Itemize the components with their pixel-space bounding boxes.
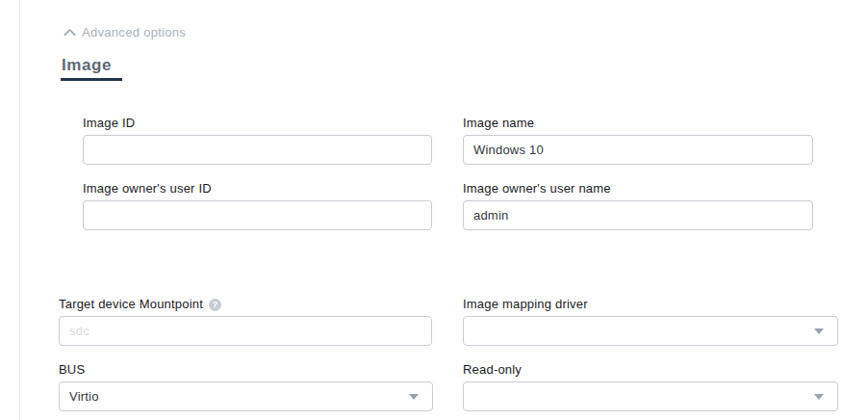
- image-id-label: Image ID: [83, 117, 432, 130]
- caret-down-icon: [814, 328, 824, 334]
- advanced-options-toggle[interactable]: Advanced options: [64, 25, 186, 39]
- image-name-input[interactable]: [463, 135, 813, 165]
- tab-image-active-underline: [61, 78, 122, 81]
- image-owner-user-id-input[interactable]: [83, 200, 432, 230]
- field-image-owner-user-id: Image owner's user ID: [83, 182, 432, 230]
- field-image-id: Image ID: [83, 117, 432, 165]
- field-target-device-mountpoint: Target device Mountpoint ?: [59, 298, 432, 346]
- field-image-owner-user-name: Image owner's user name: [463, 182, 813, 230]
- target-device-mountpoint-input[interactable]: [59, 316, 432, 346]
- target-device-mountpoint-label: Target device Mountpoint: [59, 298, 203, 311]
- image-mapping-driver-label: Image mapping driver: [463, 298, 838, 311]
- image-name-label: Image name: [463, 117, 813, 130]
- field-read-only: Read-only: [463, 363, 838, 411]
- caret-down-icon: [409, 394, 419, 400]
- image-owner-user-name-label: Image owner's user name: [463, 182, 813, 196]
- read-only-label: Read-only: [463, 363, 838, 377]
- image-id-input[interactable]: [83, 135, 432, 165]
- field-image-name: Image name: [463, 117, 813, 165]
- image-owner-user-name-input[interactable]: [463, 200, 813, 230]
- advanced-options-panel: Advanced options Image Image ID Image na…: [0, 0, 868, 420]
- bus-value: Virtio: [69, 389, 99, 404]
- image-mapping-driver-select[interactable]: [463, 316, 838, 346]
- tab-image-label: Image: [62, 56, 112, 74]
- question-circle-icon[interactable]: ?: [209, 299, 221, 311]
- advanced-options-label: Advanced options: [82, 25, 186, 39]
- tab-image[interactable]: Image: [62, 56, 112, 75]
- field-bus: BUS Virtio: [59, 363, 433, 411]
- read-only-select[interactable]: [463, 381, 838, 411]
- image-owner-user-id-label: Image owner's user ID: [83, 182, 432, 196]
- bus-label: BUS: [59, 363, 433, 377]
- field-image-mapping-driver: Image mapping driver: [463, 298, 838, 346]
- bus-select[interactable]: Virtio: [59, 381, 433, 411]
- caret-down-icon: [814, 394, 824, 400]
- chevron-up-icon: [64, 28, 76, 37]
- panel-left-divider: [19, 0, 20, 420]
